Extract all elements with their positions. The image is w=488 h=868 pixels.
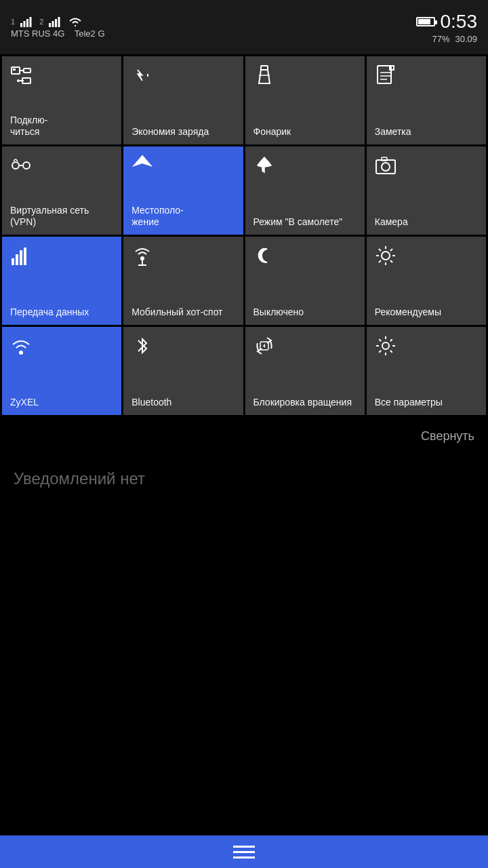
tile-flashlight-label: Фонарик: [253, 126, 291, 138]
settings-icon: [375, 335, 396, 357]
svg-line-42: [390, 249, 392, 251]
bluetooth-icon: [131, 335, 153, 357]
svg-rect-31: [24, 248, 26, 265]
bottom-bar[interactable]: [0, 835, 488, 868]
tile-brightness-label: Рекомендуемы: [375, 307, 441, 318]
svg-rect-9: [13, 68, 16, 71]
tile-bluetooth[interactable]: Bluetooth: [123, 327, 243, 415]
battery-saver-icon: [131, 64, 153, 86]
svg-rect-29: [16, 254, 18, 265]
menu-line-1: [233, 846, 255, 848]
tile-zyxel[interactable]: ZyXEL: [2, 327, 121, 415]
airplane-icon: [253, 155, 275, 176]
camera-icon: [375, 155, 396, 176]
tile-vpn[interactable]: Виртуальная сеть (VPN): [2, 146, 121, 235]
bottom-menu-icon[interactable]: [233, 846, 255, 859]
tile-note-label: Заметка: [375, 126, 411, 138]
svg-rect-5: [52, 21, 54, 27]
tile-vpn-label: Виртуальная сеть (VPN): [10, 205, 113, 228]
status-date: 30.09: [455, 34, 477, 44]
svg-rect-30: [20, 250, 22, 265]
svg-line-41: [390, 260, 392, 262]
tile-camera-label: Камера: [375, 216, 408, 228]
battery-icon: [416, 17, 435, 26]
svg-line-43: [379, 260, 381, 262]
svg-rect-11: [24, 68, 30, 73]
connect-icon: [10, 64, 32, 86]
svg-rect-2: [26, 19, 28, 27]
tile-rotation-label: Блокировка вращения: [253, 397, 352, 408]
tile-connect[interactable]: Подклю-читься: [2, 56, 121, 144]
svg-point-35: [382, 252, 390, 260]
signal2-icon: [49, 16, 62, 27]
tile-location[interactable]: Местополо-жение: [123, 146, 243, 235]
tile-airplane[interactable]: Режим "В самолете": [245, 146, 365, 235]
tile-night[interactable]: Выключено: [245, 237, 365, 325]
collapse-button[interactable]: Свернуть: [421, 429, 474, 443]
svg-point-32: [140, 256, 144, 260]
notifications-area: Уведомлений нет: [0, 456, 488, 502]
network1-label: MTS RUS 4G: [11, 28, 64, 39]
tile-note[interactable]: Заметка: [367, 56, 486, 144]
tile-settings-label: Все параметры: [375, 397, 443, 408]
tile-battery-saver[interactable]: Экономия заряда: [123, 56, 243, 144]
wifi-icon: [10, 335, 32, 357]
tile-camera[interactable]: Камера: [367, 146, 486, 235]
rotation-icon: [253, 335, 275, 357]
data-icon: [10, 245, 32, 267]
tile-data[interactable]: Передача данных: [2, 237, 121, 325]
status-right: 0:53 77% 30.09: [416, 11, 478, 44]
note-icon: [375, 64, 396, 86]
tile-hotspot-label: Мобильный хот-спот: [131, 307, 222, 318]
tile-data-label: Передача данных: [10, 307, 89, 318]
network2-num: 2: [39, 18, 43, 26]
wifi-status-icon: [68, 16, 83, 27]
svg-rect-3: [30, 17, 32, 27]
tile-rotation[interactable]: Блокировка вращения: [245, 327, 365, 415]
collapse-row: Свернуть: [0, 417, 488, 456]
svg-line-40: [379, 249, 381, 251]
no-notifications-label: Уведомлений нет: [14, 469, 145, 488]
svg-rect-1: [24, 21, 26, 27]
vpn-icon: [10, 155, 32, 176]
menu-line-2: [233, 851, 255, 853]
tile-battery-saver-label: Экономия заряда: [131, 126, 209, 138]
svg-rect-0: [20, 23, 22, 27]
location-icon: [131, 155, 153, 176]
svg-point-23: [23, 162, 30, 169]
svg-point-46: [382, 342, 389, 349]
flashlight-icon: [253, 64, 275, 86]
tile-airplane-label: Режим "В самолете": [253, 216, 343, 228]
svg-rect-28: [12, 258, 14, 265]
network-labels: MTS RUS 4G Tele2 G: [11, 28, 105, 39]
battery-percent: 77%: [432, 34, 449, 44]
tile-brightness[interactable]: Рекомендуемы: [367, 237, 486, 325]
network2-label: Tele2 G: [75, 28, 105, 39]
svg-rect-27: [382, 157, 387, 161]
tile-location-label: Местополо-жение: [131, 205, 183, 228]
tile-night-label: Выключено: [253, 307, 304, 318]
svg-point-44: [19, 351, 23, 355]
signal1-icon: [20, 16, 34, 27]
menu-line-3: [233, 856, 255, 859]
tile-zyxel-label: ZyXEL: [10, 397, 39, 408]
svg-rect-6: [55, 19, 57, 27]
tile-flashlight[interactable]: Фонарик: [245, 56, 365, 144]
tile-connect-label: Подклю-читься: [10, 115, 47, 138]
status-time: 0:53: [441, 11, 478, 33]
status-left: 1 2 MTS RUS 4G: [11, 16, 105, 39]
brightness-icon: [375, 245, 396, 267]
hotspot-icon: [131, 245, 153, 267]
status-bar: 1 2 MTS RUS 4G: [0, 0, 488, 54]
svg-point-14: [17, 79, 20, 82]
svg-point-22: [12, 162, 19, 169]
svg-rect-7: [58, 17, 60, 27]
svg-point-26: [382, 163, 390, 171]
tile-hotspot[interactable]: Мобильный хот-спот: [123, 237, 243, 325]
battery-row: 77% 30.09: [432, 34, 477, 44]
tile-bluetooth-label: Bluetooth: [131, 397, 171, 408]
quick-tiles-grid: Подклю-читься Экономия заряда Фонарик За…: [0, 54, 488, 417]
night-icon: [253, 245, 275, 267]
tile-settings[interactable]: Все параметры: [367, 327, 486, 415]
svg-rect-4: [49, 23, 51, 27]
